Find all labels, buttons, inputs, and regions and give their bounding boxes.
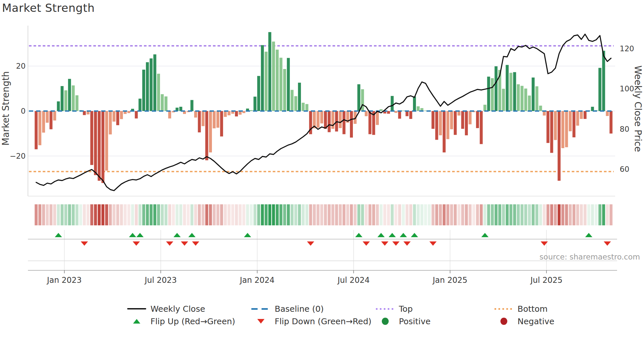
heatmap-cell [246, 204, 249, 225]
bar [546, 111, 549, 143]
heatmap-cell [187, 204, 190, 225]
bar [602, 51, 605, 111]
dotted-swatch [376, 308, 394, 310]
bar [417, 106, 420, 111]
heatmap-cell [483, 204, 486, 225]
page-title: Market Strength [2, 1, 95, 14]
heatmap-cell [161, 204, 164, 225]
bar [320, 111, 323, 124]
heatmap-cell [242, 204, 245, 225]
heatmap-cell [332, 204, 334, 225]
bar [524, 89, 527, 111]
bar [513, 72, 516, 111]
dotted-swatch [494, 308, 513, 310]
bar [465, 111, 468, 135]
heatmap-cell [376, 204, 379, 225]
bar [224, 111, 227, 117]
bar [280, 58, 283, 111]
bar [569, 111, 572, 131]
legend-swatch-line-icon [127, 308, 147, 310]
heatmap-cell [595, 204, 598, 225]
heatmap-cell [465, 204, 468, 225]
bar [576, 111, 579, 126]
bar [76, 95, 79, 111]
heatmap-cell [509, 204, 512, 225]
bar [283, 69, 286, 111]
bar [491, 78, 494, 111]
heatmap-cell [520, 204, 523, 225]
heatmap-cell [610, 204, 612, 225]
bar [105, 111, 108, 170]
heatmap-cell [254, 204, 257, 225]
heatmap-cell [498, 204, 501, 225]
heatmap-cell [546, 204, 549, 225]
bar [298, 83, 301, 111]
heatmap-cell [102, 204, 104, 225]
bar [435, 111, 438, 140]
flip-down-marker [181, 241, 188, 246]
heatmap-cell [532, 204, 535, 225]
heatmap-cell [139, 204, 142, 225]
bar [64, 90, 67, 111]
bar [520, 86, 523, 111]
heatmap-cell [457, 204, 460, 225]
heatmap-cell [57, 204, 60, 225]
legend-item: Weekly Close [127, 304, 205, 314]
flip-up-marker [55, 233, 62, 237]
heatmap-cell [413, 204, 416, 225]
bar [257, 76, 260, 111]
bar [554, 111, 557, 140]
right-axis-label: Weekly Close Price [632, 65, 643, 152]
flip-down-marker [429, 241, 437, 246]
heatmap-cell [598, 204, 601, 225]
heatmap-cell [202, 204, 205, 225]
bar [342, 111, 345, 134]
heatmap-cell [361, 204, 364, 225]
market-strength-chart: Market Strength Market Strength Weekly C… [0, 0, 644, 362]
bar [606, 111, 609, 116]
heatmap-cell [290, 204, 293, 225]
flip-down-marker [363, 241, 370, 246]
bar [272, 42, 275, 111]
heatmap-cell [417, 204, 420, 225]
bar [290, 90, 293, 111]
heatmap-cell [61, 204, 64, 225]
heatmap-cell [261, 204, 264, 225]
heatmap-cell [239, 204, 242, 225]
heatmap-cell [276, 204, 279, 225]
bar [268, 32, 271, 111]
bar [165, 97, 168, 111]
bar [46, 111, 49, 123]
heatmap-cell [539, 204, 542, 225]
heatmap-cell [98, 204, 101, 225]
flip-down-marker [133, 241, 140, 246]
x-axis-tick: Jul 2025 [530, 276, 563, 285]
heatmap-cell [120, 204, 123, 225]
flip-up-marker [389, 233, 396, 237]
heatmap-cell [368, 204, 371, 225]
heatmap-cell [424, 204, 427, 225]
heatmap-cell [469, 204, 472, 225]
legend-swatch-dotted-icon [375, 308, 395, 310]
bar [113, 111, 116, 122]
legend-label: Flip Down (Green→Red) [275, 317, 372, 326]
heatmap-cell [72, 204, 75, 225]
heatmap-cell [431, 204, 434, 225]
heatmap-cell [38, 204, 41, 225]
bar [357, 84, 360, 111]
heatmap-cell [268, 204, 271, 225]
heatmap-cell [183, 204, 186, 225]
heatmap-cell [421, 204, 424, 225]
x-axis-tick: Jan 2023 [47, 276, 82, 285]
bar [539, 106, 542, 111]
bar [502, 89, 505, 111]
bar [168, 111, 171, 119]
y-axis-tick-right: 60 [620, 165, 629, 173]
bar [469, 111, 472, 124]
heatmap-cell [83, 204, 86, 225]
bar [213, 111, 216, 128]
flip-down-marker [192, 241, 199, 246]
y-axis-tick-left: 20 [0, 62, 26, 70]
heatmap-cell [543, 204, 546, 225]
heatmap-cell [357, 204, 360, 225]
